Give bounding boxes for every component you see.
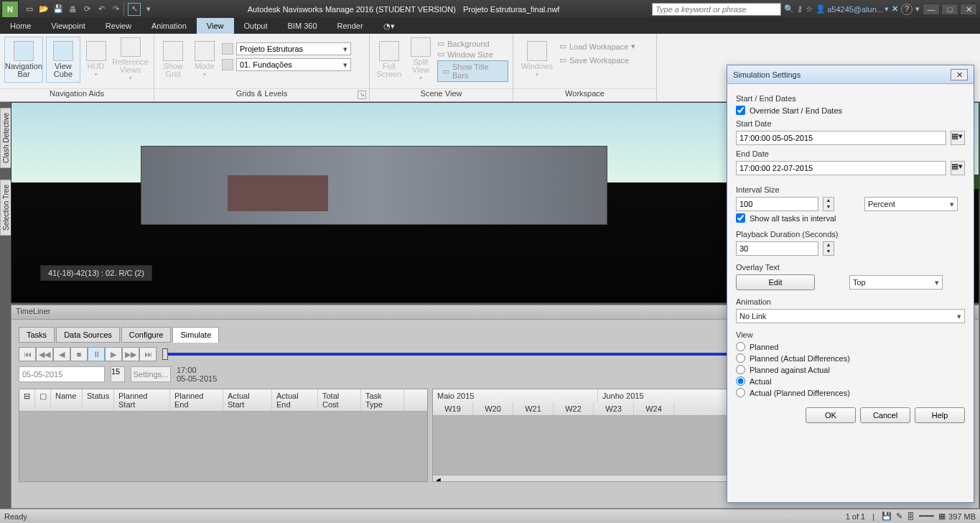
minimize-button[interactable]: — xyxy=(923,4,940,15)
stop-button[interactable]: ■ xyxy=(70,347,88,361)
col-task-type[interactable]: Task Type xyxy=(361,389,404,411)
user-badge[interactable]: 👤 a54245@alun... ▾ xyxy=(816,4,889,14)
dialog-close-button[interactable]: ✕ xyxy=(951,69,968,80)
col-total-cost[interactable]: Total Cost xyxy=(318,389,361,411)
redo-icon[interactable]: ↷ xyxy=(109,3,122,16)
col-expand[interactable]: ⊟ xyxy=(19,389,35,411)
exchange-icon[interactable]: ✕ xyxy=(892,4,898,14)
interval-spinner[interactable]: ▲▼ xyxy=(823,197,834,211)
end-date-input[interactable] xyxy=(736,161,946,175)
col-name[interactable]: Name xyxy=(51,389,83,411)
col-status[interactable]: Status xyxy=(83,389,114,411)
view-planned-vs-actual-radio[interactable] xyxy=(736,365,745,374)
view-actual-diff-radio[interactable] xyxy=(736,388,745,397)
pause-button[interactable]: ⏸ xyxy=(88,347,105,361)
maximize-button[interactable]: □ xyxy=(941,4,958,15)
step-fwd-button[interactable]: ▶▶ xyxy=(122,347,139,361)
tab-viewpoint[interactable]: Viewpoint xyxy=(41,18,95,34)
cancel-button[interactable]: Cancel xyxy=(860,407,910,423)
tab-simulate[interactable]: Simulate xyxy=(172,327,219,343)
print-icon[interactable]: 🖶 xyxy=(66,3,79,16)
end-date-picker-button[interactable]: ▦▾ xyxy=(951,161,965,175)
help-button[interactable]: Help xyxy=(915,407,965,423)
override-dates-checkbox[interactable] xyxy=(736,106,745,115)
play-button[interactable]: ▶ xyxy=(105,347,122,361)
windows-button[interactable]: Windows▼ xyxy=(518,37,556,83)
calendar-button[interactable]: 15 xyxy=(111,366,125,382)
tab-configure[interactable]: Configure xyxy=(121,327,172,343)
show-all-tasks-checkbox[interactable] xyxy=(736,213,745,223)
hud-button[interactable]: HUD▼ xyxy=(83,37,108,83)
save-icon[interactable]: 💾 xyxy=(52,3,65,16)
step-back-button[interactable]: ◀◀ xyxy=(36,347,53,361)
settings-button[interactable]: Settings... xyxy=(131,366,171,382)
ok-button[interactable]: OK xyxy=(806,407,856,423)
qat-dropdown-icon[interactable]: ▾ xyxy=(142,3,155,16)
tab-render[interactable]: Render xyxy=(327,18,373,34)
play-back-button[interactable]: ◀ xyxy=(53,347,70,361)
file-icon xyxy=(222,43,233,55)
level-dropdown[interactable]: 01. Fundações xyxy=(236,58,351,71)
refresh-icon[interactable]: ⟳ xyxy=(80,3,93,16)
col-actual-end[interactable]: Actual End xyxy=(272,389,318,411)
playback-spinner[interactable]: ▲▼ xyxy=(823,241,834,256)
background-option[interactable]: ▭Background xyxy=(437,39,508,48)
col-planned-end[interactable]: Planned End xyxy=(170,389,223,411)
show-title-bars-option[interactable]: ▭Show Title Bars xyxy=(437,60,508,82)
split-view-button[interactable]: Split View▼ xyxy=(407,37,434,83)
app-icon[interactable]: N xyxy=(1,1,19,18)
tab-tasks[interactable]: Tasks xyxy=(19,327,55,343)
rewind-start-button[interactable]: ⏮ xyxy=(19,347,36,361)
full-screen-button[interactable]: Full Screen xyxy=(374,37,404,83)
overlay-position-dropdown[interactable]: Top xyxy=(849,275,943,290)
open-icon[interactable]: 📂 xyxy=(37,3,50,16)
window-size-option[interactable]: ▭Window Size xyxy=(437,50,508,59)
start-date-picker-button[interactable]: ▦▾ xyxy=(951,131,965,145)
col-planned-start[interactable]: Planned Start xyxy=(114,389,170,411)
help-dropdown-icon[interactable]: ▾ xyxy=(915,4,920,14)
titlebar: N ▭ 📂 💾 🖶 ⟳ ↶ ↷ ↖ ▾ Autodesk Navisworks … xyxy=(0,0,980,18)
project-dropdown[interactable]: Projeto Estruturas xyxy=(236,42,351,55)
animation-dropdown[interactable]: No Link xyxy=(736,309,965,323)
undo-icon[interactable]: ↶ xyxy=(95,3,108,16)
tab-review[interactable]: Review xyxy=(95,18,141,34)
binoculars-icon[interactable]: 🔍 xyxy=(784,4,794,14)
playback-duration-input[interactable] xyxy=(736,241,818,256)
tab-extras-icon[interactable]: ◔▾ xyxy=(373,18,405,34)
star-icon[interactable]: ☆ xyxy=(806,4,813,14)
slider-thumb[interactable] xyxy=(162,348,168,360)
tab-bim360[interactable]: BIM 360 xyxy=(278,18,327,34)
close-button[interactable]: ✕ xyxy=(960,4,977,15)
show-grid-button[interactable]: Show Grid xyxy=(159,37,187,83)
tab-output[interactable]: Output xyxy=(234,18,278,34)
load-workspace-button[interactable]: ▭Load Workspace ▾ xyxy=(559,42,635,51)
new-icon[interactable]: ▭ xyxy=(23,3,36,16)
dialog-titlebar[interactable]: Simulation Settings ✕ xyxy=(727,65,974,84)
help-icon[interactable]: ? xyxy=(901,4,913,15)
view-planned-radio[interactable] xyxy=(736,342,745,351)
expander-icon[interactable]: ↘ xyxy=(358,91,366,99)
key-icon[interactable]: ⚷ xyxy=(797,4,803,14)
interval-input[interactable] xyxy=(736,197,818,211)
reference-views-button[interactable]: Reference Views▼ xyxy=(111,37,149,83)
search-input[interactable] xyxy=(652,3,781,16)
interval-unit-dropdown[interactable]: Percent xyxy=(864,197,958,211)
start-date-input[interactable] xyxy=(736,131,946,145)
mode-button[interactable]: Mode▼ xyxy=(190,37,219,83)
tab-data-sources[interactable]: Data Sources xyxy=(56,327,120,343)
tab-view[interactable]: View xyxy=(197,18,234,34)
tab-home[interactable]: Home xyxy=(0,18,41,34)
edit-button[interactable]: Edit xyxy=(736,274,815,290)
simulation-date-input[interactable] xyxy=(19,366,105,382)
col-flag[interactable]: ▢ xyxy=(35,389,51,411)
tab-animation[interactable]: Animation xyxy=(141,18,197,34)
rewind-end-button[interactable]: ⏭ xyxy=(139,347,157,361)
col-actual-start[interactable]: Actual Start xyxy=(223,389,272,411)
view-actual-radio[interactable] xyxy=(736,376,745,386)
view-cube-button[interactable]: View Cube xyxy=(46,37,80,83)
save-workspace-button[interactable]: ▭Save Workspace xyxy=(559,55,635,65)
view-planned-diff-radio[interactable] xyxy=(736,353,745,363)
select-icon[interactable]: ↖ xyxy=(128,3,141,16)
navigation-bar-button[interactable]: Navigation Bar xyxy=(4,37,43,83)
task-grid[interactable]: ⊟ ▢ Name Status Planned Start Planned En… xyxy=(19,389,428,482)
